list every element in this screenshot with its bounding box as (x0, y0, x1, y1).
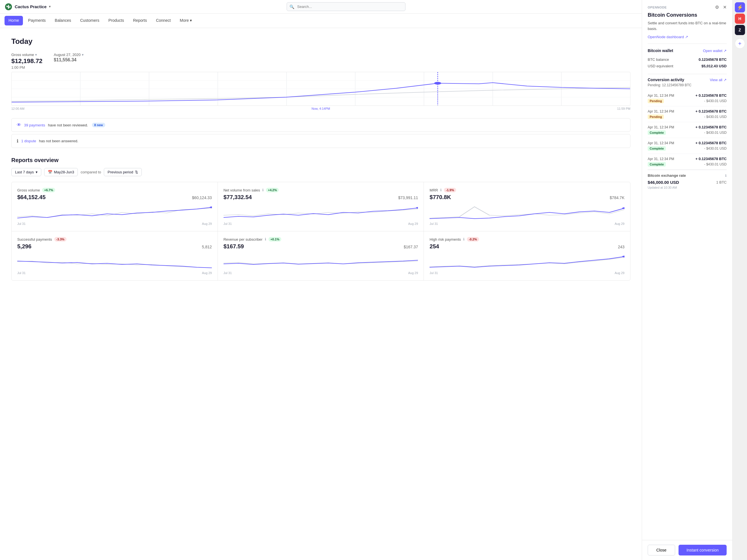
strip-icon-dark[interactable]: Z (735, 25, 745, 35)
mrr-info-icon[interactable]: ℹ (440, 188, 442, 192)
alert-payments-link[interactable]: 39 payments (24, 123, 45, 127)
panel-header: OPENNODE ⚙ ✕ (642, 0, 732, 12)
gross-volume-badge: +6.7% (42, 188, 55, 192)
nav-item-connect[interactable]: Connect (152, 14, 175, 27)
gross-volume-label[interactable]: Gross volume ▾ (11, 53, 43, 57)
exchange-btc: 1 BTC (716, 180, 727, 184)
gross-volume-chart (17, 204, 212, 221)
net-volume-info-icon[interactable]: ℹ (262, 188, 264, 192)
conv-item-1: Apr 31, 12:34 PM + 0.12345678 BTC Pendin… (648, 106, 727, 122)
chart-section: Gross volume ▾ $12,198.72 1:00 PM August… (11, 53, 630, 111)
reports-overview-section: Reports overview Last 7 days ▾ 📅 May28-J… (11, 157, 630, 281)
mrr-main: $770.8K (430, 194, 451, 201)
date-selector[interactable]: August 27, 2020 ▾ (54, 53, 84, 57)
side-strip: ⚡ H Z + (732, 0, 747, 560)
svg-rect-3 (6, 5, 7, 7)
metrics-grid: Gross volume +6.7% $64,152.45 $60,124.33 (11, 182, 630, 281)
rev-per-sub-chart (224, 253, 418, 270)
nav-item-home[interactable]: Home (4, 16, 23, 25)
panel-scroll: Bitcoin wallet Open wallet ↗ BTC balance… (642, 44, 732, 540)
nav-item-balances[interactable]: Balances (51, 14, 75, 27)
prev-value: $11,556.34 (54, 57, 84, 62)
rev-per-sub-badge: +0.1% (268, 237, 282, 242)
brand-chevron: ▾ (49, 5, 51, 8)
successful-payments-label: Successful payments (17, 237, 52, 242)
search-input[interactable] (287, 2, 406, 11)
open-wallet-link[interactable]: Open wallet ↗ (703, 49, 727, 53)
brand-icon (4, 3, 12, 11)
panel-link[interactable]: OpenNode dashboard ↗ (642, 35, 732, 44)
period-dropdown[interactable]: Last 7 days ▾ (11, 168, 41, 176)
metric-card-gross-volume: Gross volume +6.7% $64,152.45 $60,124.33 (11, 182, 218, 231)
conv-item-4: Apr 31, 12:34 PM + 0.12345678 BTC Comple… (648, 154, 727, 170)
metric-card-high-risk: High risk payments ℹ -0.2% 254 243 (424, 231, 630, 280)
main-nav: Home Payments Balances Customers Product… (0, 14, 642, 28)
conv-status-3: Complete (648, 146, 666, 151)
mrr-chart (430, 204, 624, 221)
reports-title: Reports overview (11, 157, 630, 163)
info-alert-icon: ℹ (17, 138, 18, 144)
high-risk-prev: 243 (618, 245, 624, 249)
activity-title: Conversion activity (648, 78, 684, 82)
alert-dispute-link[interactable]: 1 dispute (21, 139, 36, 143)
successful-payments-main: 5,296 (17, 243, 31, 250)
high-risk-label: High risk payments (430, 237, 461, 242)
btc-balance-row: BTC balance 0.12345678 BTC (648, 56, 727, 63)
successful-payments-prev: 5,812 (202, 245, 212, 249)
page-content: Today Gross volume ▾ $12,198.72 1:00 PM … (0, 28, 642, 290)
high-risk-info-icon[interactable]: ℹ (463, 237, 465, 241)
metric-card-successful-payments: Successful payments -3.3% 5,296 5,812 (11, 231, 218, 280)
nav-item-more[interactable]: More ▾ (176, 14, 196, 27)
mrr-badge: -1.9% (444, 188, 456, 192)
metric-card-revenue-per-subscriber: Revenue per subscriber ℹ +0.1% $167.59 $… (218, 231, 424, 280)
successful-payments-chart (17, 253, 212, 270)
eye-icon: 👁 (17, 123, 21, 128)
conv-item-0: Apr 31, 12:34 PM + 0.12345678 BTC Pendin… (648, 90, 727, 106)
nav-item-products[interactable]: Products (104, 14, 128, 27)
conv-status-2: Complete (648, 130, 666, 135)
strip-icon-stripe[interactable]: ⚡ (735, 2, 745, 12)
nav-item-payments[interactable]: Payments (24, 14, 50, 27)
instant-conversion-button[interactable]: Instant conversion (678, 545, 727, 556)
high-risk-main: 254 (430, 243, 439, 250)
gross-volume-main: $64,152.45 (17, 194, 46, 201)
high-risk-badge: -0.2% (467, 237, 479, 242)
compared-to-label: compared to (81, 170, 101, 174)
svg-point-19 (210, 207, 212, 208)
date-range-btn[interactable]: 📅 May28-Jun3 (44, 168, 78, 176)
nav-item-customers[interactable]: Customers (76, 14, 103, 27)
gross-volume-prev: $60,124.33 (192, 195, 212, 200)
net-volume-chart (224, 204, 418, 221)
mrr-card-label: MRR (430, 188, 438, 192)
panel-settings-icon[interactable]: ⚙ (715, 4, 719, 10)
metric-card-mrr: MRR ℹ -1.9% $770.8K $784.7K (424, 182, 630, 231)
topbar: Cactus Practice ▾ 🔍 (0, 0, 642, 14)
alerts-section: 👁 39 payments have not been reviewed. 8 … (11, 118, 630, 148)
page-title: Today (11, 37, 630, 46)
conv-item-3: Apr 31, 12:34 PM + 0.12345678 BTC Comple… (648, 138, 727, 154)
rev-per-sub-main: $167.59 (224, 243, 244, 250)
search-icon: 🔍 (289, 4, 294, 9)
brand-name: Cactus Practice (15, 4, 47, 9)
dispute-alert: ℹ 1 dispute has not been answered. (11, 134, 630, 148)
usd-equiv-label: USD equivalent (648, 64, 673, 68)
alert-dispute-msg: has not been answered. (39, 139, 78, 143)
panel-close-icon[interactable]: ✕ (723, 4, 727, 10)
high-risk-chart (430, 253, 624, 270)
exchange-updated: Updated at 10:30 AM (648, 186, 727, 189)
rev-per-sub-label: Revenue per subscriber (224, 237, 263, 242)
strip-icon-hubspot[interactable]: H (735, 14, 745, 24)
close-button[interactable]: Close (648, 545, 675, 556)
nav-item-reports[interactable]: Reports (129, 14, 151, 27)
conv-status-1: Pending (648, 114, 664, 119)
strip-plus-button[interactable]: + (735, 38, 745, 49)
panel-title: Bitcoin Conversions (642, 12, 732, 20)
view-all-link[interactable]: View all ↗ (710, 78, 727, 82)
exchange-usd: $46,000.00 USD (648, 180, 679, 185)
rev-per-sub-info-icon[interactable]: ℹ (265, 237, 266, 241)
svg-point-22 (622, 256, 624, 257)
prev-period-dropdown[interactable]: Previous period ⇅ (104, 168, 141, 176)
brand[interactable]: Cactus Practice ▾ (4, 3, 51, 11)
exchange-info-icon[interactable]: ℹ (725, 174, 727, 178)
search-bar: 🔍 (287, 2, 406, 11)
